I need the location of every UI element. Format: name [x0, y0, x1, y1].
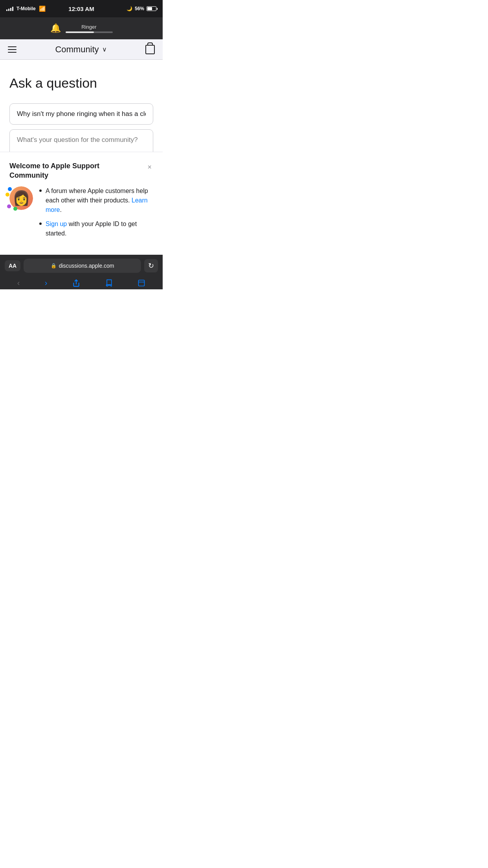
- signal-bar-4: [12, 7, 13, 11]
- bullet-1-text: A forum where Apple customers help each …: [46, 186, 153, 215]
- top-nav: Community ∨: [0, 39, 163, 60]
- bullet-2-text: Sign up with your Apple ID to get starte…: [46, 219, 153, 238]
- text-size-button[interactable]: AA: [5, 260, 20, 271]
- bullet-1-period: .: [60, 206, 61, 213]
- signal-bar-2: [8, 9, 9, 11]
- menu-icon[interactable]: [8, 46, 17, 53]
- tabs-icon: [138, 279, 145, 287]
- welcome-banner: Welcome to Apple Support Community × 👩 A…: [0, 152, 163, 255]
- status-right: 🌙 56%: [127, 6, 156, 11]
- browser-bar: AA 🔒 discussions.apple.com ↻ ‹ ›: [0, 255, 163, 289]
- browser-toolbar: ‹ ›: [5, 277, 158, 289]
- tabs-button[interactable]: [134, 278, 149, 289]
- forward-button[interactable]: ›: [42, 277, 51, 289]
- question-input[interactable]: [9, 103, 153, 125]
- battery-fill: [147, 7, 152, 10]
- url-bar[interactable]: 🔒 discussions.apple.com: [24, 259, 141, 273]
- nav-title-area[interactable]: Community ∨: [55, 44, 106, 55]
- reload-button[interactable]: ↻: [144, 259, 158, 272]
- signal-bar-1: [6, 9, 7, 11]
- nav-left: [8, 46, 17, 53]
- status-time: 12:03 AM: [68, 6, 94, 12]
- welcome-title: Welcome to Apple Support Community: [9, 162, 119, 180]
- avatar-face: 👩: [13, 191, 30, 205]
- hamburger-line-1: [8, 46, 17, 47]
- back-button[interactable]: ‹: [14, 277, 23, 289]
- ringer-slider[interactable]: [66, 31, 113, 33]
- ringer-label: Ringer: [81, 24, 96, 30]
- dot-yellow: [6, 193, 9, 197]
- dot-purple: [7, 204, 11, 208]
- nav-title: Community: [55, 44, 99, 55]
- wifi-icon: 📶: [39, 6, 46, 12]
- status-left: T-Mobile 📶: [6, 6, 46, 12]
- chevron-down-icon: ∨: [102, 46, 107, 53]
- bullet-item-2: Sign up with your Apple ID to get starte…: [39, 219, 153, 238]
- signal-bars: [6, 6, 13, 11]
- ringer-slider-fill: [66, 31, 94, 33]
- sign-up-link[interactable]: Sign up: [46, 221, 67, 227]
- welcome-text: A forum where Apple customers help each …: [39, 186, 153, 243]
- ringer-content: Ringer: [66, 24, 113, 33]
- close-button[interactable]: ×: [146, 162, 153, 173]
- ringer-bar: 🔔 Ringer: [0, 17, 163, 39]
- welcome-body: 👩 A forum where Apple customers help eac…: [9, 186, 153, 243]
- share-icon: [72, 279, 80, 287]
- url-bar-row: AA 🔒 discussions.apple.com ↻: [5, 259, 158, 273]
- carrier-label: T-Mobile: [17, 6, 36, 11]
- bag-icon[interactable]: [145, 45, 155, 54]
- svg-rect-1: [139, 280, 145, 286]
- dot-blue: [8, 187, 12, 191]
- bell-icon: 🔔: [50, 23, 61, 33]
- hamburger-line-3: [8, 52, 17, 53]
- bullet-1: [39, 189, 42, 192]
- battery-percent: 56%: [135, 6, 144, 11]
- bullet-item-1: A forum where Apple customers help each …: [39, 186, 153, 215]
- avatar: 👩: [9, 186, 33, 210]
- battery-icon: [147, 6, 156, 11]
- avatar-background: 👩: [9, 186, 33, 210]
- hamburger-line-2: [8, 49, 17, 50]
- dot-green: [13, 207, 17, 211]
- welcome-header: Welcome to Apple Support Community ×: [9, 162, 153, 180]
- bullet-2: [39, 223, 42, 225]
- signal-bar-3: [10, 8, 11, 11]
- avatar-container: 👩: [9, 186, 33, 210]
- page-title: Ask a question: [9, 75, 153, 91]
- url-text: discussions.apple.com: [59, 263, 114, 269]
- status-bar: T-Mobile 📶 12:03 AM 🌙 56%: [0, 0, 163, 17]
- share-button[interactable]: [69, 278, 83, 289]
- lock-icon: 🔒: [51, 263, 57, 268]
- bookmarks-button[interactable]: [102, 278, 116, 289]
- moon-icon: 🌙: [127, 6, 132, 11]
- bookmarks-icon: [105, 279, 113, 287]
